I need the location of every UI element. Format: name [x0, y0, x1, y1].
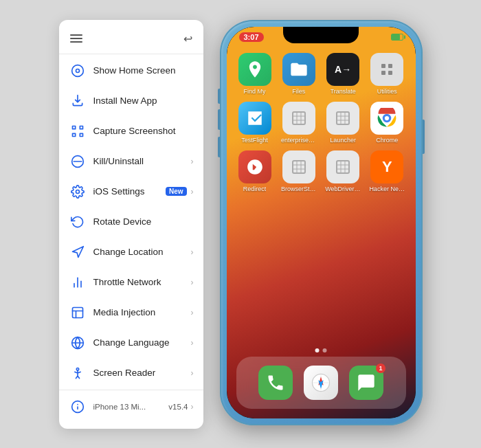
app-redirect-label: Redirect [243, 186, 267, 192]
app-browserstack[interactable]: BrowserStack [280, 150, 317, 192]
app-findmy[interactable]: Find My [236, 53, 273, 95]
volume-up-button[interactable] [218, 109, 220, 130]
svg-rect-18 [381, 71, 385, 75]
app-testflight-label: TestFlight [241, 137, 268, 144]
app-translate[interactable]: A→ Translate [324, 53, 361, 95]
app-launcher-icon [326, 102, 359, 135]
kill-arrow: › [191, 157, 194, 166]
app-enterprise[interactable]: enterpriseDum... [280, 102, 317, 144]
app-utilities[interactable]: Utilities [368, 53, 405, 95]
reader-arrow: › [191, 368, 194, 378]
svg-rect-9 [72, 307, 82, 317]
dock-phone[interactable] [258, 366, 293, 400]
settings-icon [69, 183, 87, 201]
notch [283, 27, 359, 43]
app-testflight-icon [238, 102, 271, 135]
volume-down-button[interactable] [218, 137, 220, 157]
menu-item-show-home[interactable]: Show Home Screen [59, 56, 203, 86]
menu-item-reader[interactable]: Screen Reader › [59, 358, 203, 388]
screen-content: 3:07 F [227, 27, 416, 418]
app-files[interactable]: Files [280, 53, 317, 95]
home-icon [69, 62, 87, 80]
app-grid: Find My Files A→ Translate [234, 50, 409, 195]
app-chrome[interactable]: Chrome [368, 102, 405, 144]
rotate-icon [69, 213, 87, 231]
mute-button[interactable] [218, 89, 220, 104]
device-arrow: › [191, 402, 194, 412]
app-launcher[interactable]: Launcher [324, 102, 361, 144]
app-redirect[interactable]: Redirect [236, 150, 273, 192]
divider-bottom [59, 390, 203, 390]
svg-rect-25 [337, 112, 349, 124]
sidebar-header: ↩ [59, 27, 203, 52]
iphone-screen: 3:07 F [227, 27, 416, 418]
app-translate-icon: A→ [326, 53, 359, 86]
language-icon [69, 334, 87, 352]
language-arrow: › [191, 338, 194, 348]
app-enterprise-icon [282, 102, 315, 135]
svg-marker-5 [72, 246, 83, 257]
back-icon[interactable]: ↩ [183, 32, 192, 45]
menu-label-ios-settings: iOS Settings [93, 186, 166, 197]
messages-badge: 1 [376, 363, 385, 373]
status-right [391, 34, 403, 41]
status-time: 3:07 [239, 32, 264, 42]
menu-label-media: Media Injection [93, 307, 190, 317]
battery-fill [392, 34, 401, 40]
menu-label-kill: Kill/Uninstall [93, 156, 190, 166]
sidebar: ↩ Show Home Screen Install New App [59, 20, 203, 429]
app-hackernews-icon: Y [370, 150, 403, 183]
menu-item-location[interactable]: Change Location › [59, 237, 203, 267]
accessibility-icon [69, 364, 87, 382]
menu-item-language[interactable]: Change Language › [59, 328, 203, 358]
screenshot-icon [69, 122, 87, 140]
menu-label-capture: Capture Screenshot [93, 126, 194, 136]
menu-item-rotate[interactable]: Rotate Device [59, 207, 203, 237]
page-dot-2 [323, 348, 327, 352]
menu-item-ios-settings[interactable]: iOS Settings New › [59, 177, 203, 207]
kill-icon [69, 153, 87, 170]
media-arrow: › [191, 308, 194, 317]
app-webdriver-label: WebDriverAge... [325, 186, 361, 192]
app-chrome-label: Chrome [376, 137, 398, 144]
app-findmy-label: Find My [244, 88, 266, 95]
app-hackernews-label: Hacker News [369, 186, 405, 192]
hamburger-icon[interactable] [70, 34, 82, 43]
app-files-icon [282, 53, 315, 86]
app-webdriver-icon [326, 150, 359, 183]
iphone-device: 3:07 F [220, 20, 423, 425]
svg-rect-16 [381, 64, 385, 68]
app-webdriver[interactable]: WebDriverAge... [324, 150, 361, 192]
app-files-label: Files [292, 88, 305, 95]
throttle-arrow: › [191, 278, 194, 287]
app-launcher-label: Launcher [330, 137, 356, 144]
app-chrome-icon [370, 102, 403, 135]
svg-rect-20 [293, 112, 305, 124]
app-browserstack-label: BrowserStack [281, 186, 317, 192]
svg-point-32 [385, 115, 389, 120]
location-icon [69, 243, 87, 261]
menu-item-kill[interactable]: Kill/Uninstall › [59, 146, 203, 177]
menu-label-language: Change Language [93, 337, 190, 348]
app-testflight[interactable]: TestFlight [236, 102, 273, 144]
svg-point-1 [76, 69, 79, 72]
menu-item-install-app[interactable]: Install New App [59, 86, 203, 116]
menu-item-media[interactable]: Media Injection › [59, 298, 203, 328]
battery-icon [391, 34, 403, 41]
menu-item-throttle[interactable]: Throttle Network › [59, 267, 203, 298]
app-findmy-icon [238, 53, 271, 86]
page-dots [315, 348, 327, 352]
power-button[interactable] [423, 120, 425, 154]
app-translate-label: Translate [331, 88, 356, 95]
svg-point-4 [76, 190, 79, 193]
ios-settings-arrow: › [191, 187, 194, 197]
dock-messages[interactable]: 1 [349, 366, 383, 400]
app-redirect-icon [238, 150, 271, 183]
device-info-item[interactable]: iPhone 13 Mi... v15.4 › [59, 392, 203, 422]
dock-safari[interactable] [304, 366, 338, 400]
svg-point-0 [71, 65, 83, 76]
menu-item-capture[interactable]: Capture Screenshot [59, 116, 203, 146]
app-hackernews[interactable]: Y Hacker News [368, 150, 405, 192]
app-enterprise-label: enterpriseDum... [281, 137, 317, 144]
menu-label-rotate: Rotate Device [93, 216, 194, 227]
